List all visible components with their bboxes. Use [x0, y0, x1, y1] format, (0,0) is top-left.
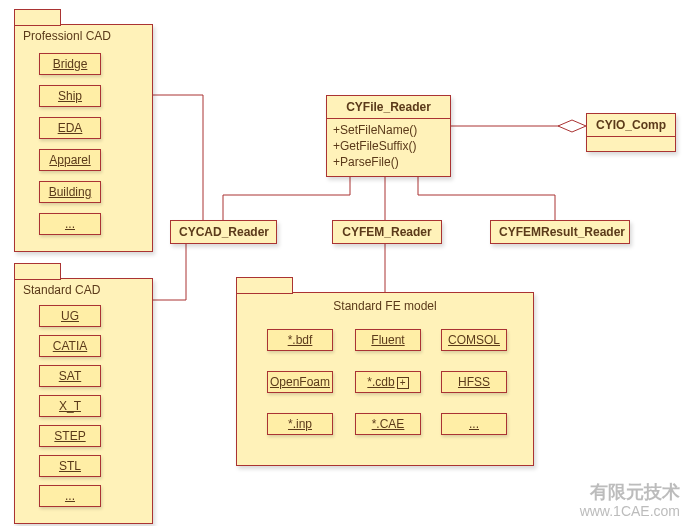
- class-name: CYFEMResult_Reader: [491, 221, 629, 243]
- package-tab: [236, 277, 293, 294]
- expand-icon[interactable]: +: [397, 377, 409, 389]
- diagram-canvas: Professionl CAD Bridge Ship EDA Apparel …: [0, 0, 690, 526]
- pkg-item-more[interactable]: ...: [39, 213, 101, 235]
- package-title: Standard CAD: [15, 279, 152, 299]
- package-tab: [14, 263, 61, 280]
- package-professionl-cad: Professionl CAD Bridge Ship EDA Apparel …: [14, 24, 153, 252]
- class-cyfem-reader: CYFEM_Reader: [332, 220, 442, 244]
- class-name: CYFile_Reader: [327, 96, 450, 118]
- package-tab: [14, 9, 61, 26]
- pkg-item-hfss[interactable]: HFSS: [441, 371, 507, 393]
- class-cyio-comp: CYIO_Comp: [586, 113, 676, 152]
- pkg-item-eda[interactable]: EDA: [39, 117, 101, 139]
- package-title: Professionl CAD: [15, 25, 152, 45]
- pkg-item-stl[interactable]: STL: [39, 455, 101, 477]
- class-cycad-reader: CYCAD_Reader: [170, 220, 277, 244]
- class-empty-compartment: [587, 137, 675, 151]
- package-title: Standard FE model: [237, 293, 533, 315]
- pkg-item-building[interactable]: Building: [39, 181, 101, 203]
- pkg-item-catia[interactable]: CATIA: [39, 335, 101, 357]
- pkg-item-more[interactable]: ...: [39, 485, 101, 507]
- class-name: CYCAD_Reader: [171, 221, 276, 243]
- package-standard-fe-model: Standard FE model *.bdf Fluent COMSOL Op…: [236, 292, 534, 466]
- class-name: CYFEM_Reader: [333, 221, 441, 243]
- pkg-item-fluent[interactable]: Fluent: [355, 329, 421, 351]
- pkg-item-more[interactable]: ...: [441, 413, 507, 435]
- pkg-item-ug[interactable]: UG: [39, 305, 101, 327]
- pkg-item-step[interactable]: STEP: [39, 425, 101, 447]
- pkg-item-xt[interactable]: X_T: [39, 395, 101, 417]
- pkg-item-cdb[interactable]: *.cdb+: [355, 371, 421, 393]
- package-standard-cad: Standard CAD UG CATIA SAT X_T STEP STL .…: [14, 278, 153, 524]
- pkg-item-bridge[interactable]: Bridge: [39, 53, 101, 75]
- class-cyfemresult-reader: CYFEMResult_Reader: [490, 220, 630, 244]
- pkg-item-inp[interactable]: *.inp: [267, 413, 333, 435]
- class-cyfile-reader: CYFile_Reader +SetFileName() +GetFileSuf…: [326, 95, 451, 177]
- pkg-item-sat[interactable]: SAT: [39, 365, 101, 387]
- class-operations: +SetFileName() +GetFileSuffix() +ParseFi…: [327, 119, 450, 176]
- class-name: CYIO_Comp: [587, 114, 675, 136]
- pkg-item-cae[interactable]: *.CAE: [355, 413, 421, 435]
- pkg-item-apparel[interactable]: Apparel: [39, 149, 101, 171]
- pkg-item-ship[interactable]: Ship: [39, 85, 101, 107]
- pkg-item-comsol[interactable]: COMSOL: [441, 329, 507, 351]
- pkg-item-openfoam[interactable]: OpenFoam: [267, 371, 333, 393]
- pkg-item-bdf[interactable]: *.bdf: [267, 329, 333, 351]
- watermark: 有限元技术 www.1CAE.com: [580, 482, 680, 520]
